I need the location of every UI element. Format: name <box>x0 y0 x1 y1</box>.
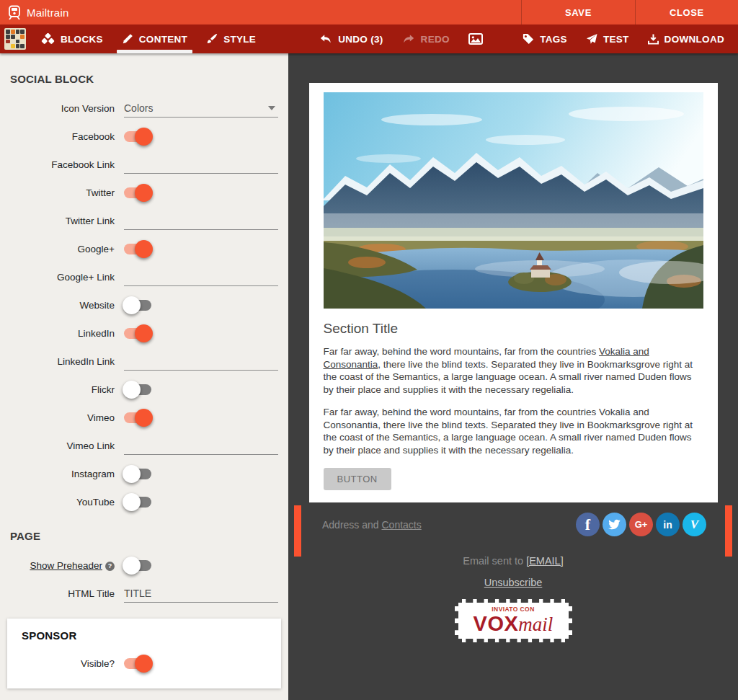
icon-version-row: Icon Version Colors <box>9 99 280 118</box>
sent-to-line: Email sent to [EMAIL] <box>288 555 738 567</box>
app-title: Mailtrain <box>27 6 68 19</box>
email-preview-canvas: Section Title Far far away, behind the w… <box>288 53 738 700</box>
brand: Mailtrain <box>0 0 521 25</box>
paragraph-2[interactable]: Far far away, behind the word mountains,… <box>324 406 703 456</box>
voxmail-stamp[interactable]: INVIATO CON VOXmail <box>455 599 572 642</box>
train-icon <box>7 5 22 20</box>
blocks-icon <box>41 33 55 45</box>
footer-social-icons: f G+ in V <box>576 513 706 536</box>
redo-icon <box>402 34 415 45</box>
gallery-button[interactable] <box>459 25 492 53</box>
vimeo-toggle[interactable] <box>124 412 151 423</box>
linkedin-icon[interactable]: in <box>656 513 680 536</box>
html-title-label: HTML Title <box>9 588 124 599</box>
help-icon[interactable]: ? <box>105 562 115 571</box>
youtube-toggle[interactable] <box>124 497 151 508</box>
instagram-toggle[interactable] <box>124 469 151 479</box>
show-preheader-label[interactable]: Show Preheader <box>30 560 102 571</box>
brush-icon <box>206 33 218 45</box>
vimeo-icon[interactable]: V <box>683 513 706 536</box>
topbar: Mailtrain SAVE CLOSE <box>0 0 738 25</box>
twitter-row: Twitter <box>9 184 280 202</box>
tab-content[interactable]: CONTENT <box>112 25 197 53</box>
hero-image[interactable] <box>324 92 703 309</box>
facebook-link-row: Facebook Link <box>9 156 280 174</box>
pencil-icon <box>122 33 133 45</box>
sponsor-visible-label: Visible? <box>17 658 124 669</box>
mosaico-logo <box>4 28 26 50</box>
block-selection-handle-right <box>725 505 732 557</box>
close-button[interactable]: CLOSE <box>635 0 738 25</box>
email-meta: Email sent to [EMAIL] Unsubscribe <box>288 555 738 588</box>
tags-button[interactable]: TAGS <box>513 25 577 53</box>
paragraph-1[interactable]: Far far away, behind the word mountains,… <box>324 345 703 396</box>
facebook-link-input[interactable] <box>124 156 278 174</box>
twitter-link-row: Twitter Link <box>9 212 280 230</box>
footer-block: Address and Contacts f G+ in V <box>294 504 732 536</box>
social-block-heading: SOCIAL BLOCK <box>10 73 280 85</box>
facebook-toggle[interactable] <box>124 131 151 142</box>
tab-style[interactable]: STYLE <box>197 25 265 53</box>
voxmail-logo: VOXmail <box>461 613 566 634</box>
show-preheader-row: Show Preheader? <box>9 557 280 575</box>
facebook-icon[interactable]: f <box>576 513 600 536</box>
google-plus-toggle[interactable] <box>124 244 151 254</box>
html-title-input[interactable] <box>124 585 278 603</box>
website-toggle[interactable] <box>124 300 151 311</box>
save-button[interactable]: SAVE <box>521 0 635 25</box>
email-token-link[interactable]: [EMAIL] <box>526 555 564 567</box>
google-plus-row: Google+ <box>9 240 280 258</box>
vimeo-row: Vimeo <box>9 409 280 427</box>
undo-button[interactable]: UNDO (3) <box>310 25 392 53</box>
settings-sidebar: SOCIAL BLOCK Icon Version Colors Faceboo… <box>0 53 288 700</box>
section-title[interactable]: Section Title <box>324 321 703 337</box>
flickr-toggle[interactable] <box>124 384 151 395</box>
twitter-link-input[interactable] <box>124 213 278 230</box>
test-button[interactable]: TEST <box>577 25 639 53</box>
instagram-row: Instagram <box>9 465 280 483</box>
paper-plane-icon <box>586 33 597 45</box>
website-row: Website <box>9 296 280 314</box>
redo-button[interactable]: REDO <box>393 25 459 53</box>
chevron-down-icon <box>268 106 275 110</box>
image-icon <box>468 33 483 45</box>
unsubscribe-link[interactable]: Unsubscribe <box>484 577 543 588</box>
undo-icon <box>319 34 332 45</box>
show-preheader-toggle[interactable] <box>124 560 151 571</box>
download-icon <box>648 33 659 45</box>
download-button[interactable]: DOWNLOAD <box>639 25 734 53</box>
icon-version-select[interactable]: Colors <box>124 100 278 118</box>
icon-version-label: Icon Version <box>9 103 124 114</box>
youtube-row: YouTube <box>9 493 280 511</box>
flickr-row: Flickr <box>9 381 280 399</box>
sponsor-card: SPONSOR Visible? <box>7 619 281 688</box>
email-cta-button[interactable]: BUTTON <box>324 468 391 490</box>
google-plus-link-input[interactable] <box>124 269 278 286</box>
twitter-toggle[interactable] <box>124 187 151 198</box>
linkedin-link-row: LinkedIn Link <box>9 353 280 371</box>
email-body-block: Section Title Far far away, behind the w… <box>309 83 718 502</box>
google-plus-link-row: Google+ Link <box>9 268 280 286</box>
google-plus-icon[interactable]: G+ <box>629 513 653 536</box>
twitter-icon[interactable] <box>603 513 626 536</box>
page-heading: PAGE <box>10 530 280 542</box>
sponsor-heading: SPONSOR <box>22 629 271 642</box>
vimeo-link-input[interactable] <box>124 438 278 455</box>
linkedin-toggle[interactable] <box>124 328 151 339</box>
address-text: Address and Contacts <box>322 519 422 531</box>
linkedin-row: LinkedIn <box>9 324 280 342</box>
tag-icon <box>523 33 534 45</box>
vimeo-link-row: Vimeo Link <box>9 437 280 455</box>
toolbar-tabs: BLOCKS CONTENT STYLE <box>32 25 265 53</box>
facebook-row: Facebook <box>9 128 280 146</box>
toolbar-history: UNDO (3) REDO <box>310 25 492 53</box>
sponsor-visible-row: Visible? <box>17 655 271 673</box>
mailtrain-editor: Mailtrain SAVE CLOSE BLOCKS <box>0 0 738 700</box>
toolbar-actions: TAGS TEST DOWNLOAD <box>513 25 738 53</box>
icon-version-value: Colors <box>124 102 153 114</box>
sponsor-visible-toggle[interactable] <box>124 658 151 669</box>
tab-blocks[interactable]: BLOCKS <box>32 25 112 53</box>
toggle-knob <box>135 128 153 146</box>
linkedin-link-input[interactable] <box>124 353 278 371</box>
contacts-link[interactable]: Contacts <box>382 519 422 531</box>
